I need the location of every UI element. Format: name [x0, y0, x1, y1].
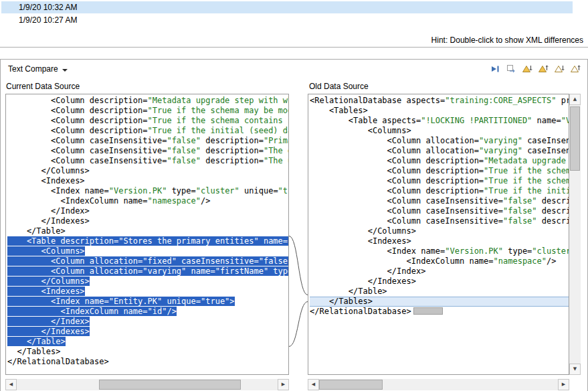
code-line[interactable]: </Indexes> — [310, 277, 569, 287]
code-line[interactable]: <Column allocation="varying" caseInsensi… — [310, 146, 569, 156]
code-line[interactable]: </Tables> — [310, 297, 569, 307]
selected-code-text: </Table> — [7, 337, 66, 346]
previous-difference-icon[interactable] — [536, 62, 550, 76]
code-line[interactable]: <Table aspects="!LOCKING !PARTITIONED" n… — [310, 116, 569, 126]
code-text: <Column description= — [7, 106, 148, 115]
code-line[interactable]: <Column description="True if the schema … — [310, 176, 569, 186]
code-line[interactable]: <Column description="True if the initial… — [310, 186, 569, 196]
code-line[interactable]: <Column caseInsensitive="false" descript… — [310, 196, 569, 206]
code-text: description= — [537, 206, 569, 216]
copy-current-change-icon[interactable] — [504, 62, 518, 76]
code-line[interactable]: <Column description="True if the schema … — [7, 106, 288, 116]
code-line[interactable]: <Column caseInsensitive="false" descript… — [7, 146, 288, 156]
code-line[interactable]: <Tables> — [310, 106, 569, 116]
code-text: name= — [532, 116, 561, 125]
chevron-down-icon — [62, 69, 68, 72]
code-text: <Table aspects= — [310, 116, 421, 125]
left-horizontal-scrollbar[interactable]: ◀ ▶ — [5, 379, 289, 390]
code-line[interactable]: <Column description="True if the schema … — [310, 166, 569, 176]
code-text: "True if the schema contains seed dat — [148, 116, 289, 125]
code-line-selected[interactable]: <Indexes> — [7, 287, 288, 297]
copy-all-left-to-right-icon[interactable] — [488, 62, 502, 76]
code-text: <Column description= — [310, 176, 484, 185]
code-line-selected[interactable]: </Table> — [7, 337, 288, 347]
code-line-selected[interactable]: <IndexColumn name="id"/> — [7, 307, 288, 317]
code-text: </Columns> — [7, 166, 90, 175]
code-line[interactable]: <Column caseInsensitive="false" descript… — [7, 136, 288, 146]
code-line[interactable]: <Index name="Version.PK" type="cluster" … — [7, 186, 288, 196]
code-text: <Column allocation= — [310, 146, 479, 155]
right-code-pane[interactable]: <RelationalDatabase aspects="training:CO… — [308, 94, 569, 375]
code-text: "training:CORE_ASPECTS" — [445, 96, 556, 105]
code-line[interactable]: <Column caseInsensitive="false" descript… — [310, 216, 569, 226]
history-row-selected[interactable]: 1/9/20 10:32 AM — [1, 1, 573, 13]
code-line-selected[interactable]: <Columns> — [7, 246, 288, 256]
code-line[interactable]: <Column description="Metadata upgrade st… — [310, 156, 569, 166]
selected-code-text: </Index> — [7, 317, 90, 326]
code-text: "True if the schema may be mo — [484, 166, 569, 175]
scroll-right-icon[interactable]: ▶ — [278, 379, 289, 390]
code-line[interactable]: <Indexes> — [310, 236, 569, 246]
scroll-up-icon[interactable]: ▲ — [569, 94, 581, 105]
next-difference-icon[interactable] — [520, 62, 534, 76]
code-line-selected[interactable]: </Index> — [7, 317, 288, 327]
scroll-right-icon[interactable]: ▶ — [558, 379, 569, 390]
code-text: <Column description= — [310, 166, 484, 175]
right-vertical-scrollbar[interactable]: ▲ ▼ — [569, 94, 581, 375]
code-text: type= — [167, 186, 195, 196]
code-line-selected[interactable]: <Column allocation="varying" name="first… — [7, 266, 288, 277]
horizontal-scrollbar-thumb[interactable] — [99, 380, 241, 390]
code-line[interactable]: </Columns> — [310, 226, 569, 236]
compare-mode-dropdown[interactable]: Text Compare — [8, 64, 68, 74]
scroll-left-icon[interactable]: ◀ — [308, 379, 319, 390]
code-line-selected[interactable]: <Index name="Entity.PK" unique="true"> — [7, 297, 288, 307]
code-text: "false" — [503, 216, 537, 226]
code-text: <Column caseInsensitive= — [7, 146, 167, 155]
code-text: </Table> — [310, 287, 387, 296]
previous-change-icon[interactable] — [569, 62, 582, 76]
code-line[interactable]: </Table> — [7, 226, 288, 236]
selected-code-text: <Column allocation="varying" name="first… — [7, 266, 289, 276]
selected-code-text: <Table description="Stores the primary e… — [7, 236, 289, 246]
code-text: "false" — [167, 146, 201, 155]
left-code-pane[interactable]: <Column description="Metadata upgrade st… — [5, 94, 289, 375]
code-text: <Column description= — [310, 156, 484, 165]
code-line[interactable]: </Indexes> — [7, 216, 288, 226]
code-line[interactable]: <RelationalDatabase aspects="training:CO… — [310, 96, 569, 106]
code-line-selected[interactable]: <Column allocation="fixed" caseInsensiti… — [7, 256, 288, 266]
code-line[interactable]: <IndexColumn name="namespace"/> — [310, 256, 569, 266]
code-line[interactable]: </Table> — [310, 287, 569, 297]
code-text: "Primary key — [264, 136, 289, 145]
code-line[interactable]: </Tables> — [7, 347, 288, 357]
code-line[interactable]: </Columns> — [7, 166, 288, 176]
code-line[interactable]: </RelationalDatabase> — [310, 307, 569, 317]
code-text: </Tables> — [310, 297, 373, 306]
scroll-down-icon[interactable]: ▼ — [569, 364, 581, 375]
code-line[interactable]: </Index> — [7, 206, 288, 216]
code-line[interactable]: <Index name="Version.PK" type="cluster" … — [310, 246, 569, 256]
horizontal-scrollbar-thumb[interactable] — [319, 380, 383, 390]
code-line[interactable]: <Column description="True if the schema … — [7, 116, 288, 126]
code-line[interactable]: <Column allocation="varying" caseInsensi… — [310, 136, 569, 146]
code-line[interactable]: <Indexes> — [7, 176, 288, 186]
code-line-selected[interactable]: </Columns> — [7, 277, 288, 287]
code-text: <Column caseInsensitive= — [310, 216, 503, 226]
code-line-selected[interactable]: <Table description="Stores the primary e… — [7, 236, 288, 246]
code-line[interactable]: </RelationalDatabase> — [7, 357, 288, 367]
code-line[interactable]: <IndexColumn name="namespace"/> — [7, 196, 288, 206]
code-text: <Column caseInsensitive= — [7, 156, 167, 165]
vertical-scrollbar-thumb[interactable] — [570, 106, 580, 171]
code-line[interactable]: <Column caseInsensitive="false" descript… — [310, 206, 569, 216]
next-change-icon[interactable] — [553, 62, 566, 76]
code-line[interactable]: </Index> — [310, 266, 569, 277]
code-text: "false" — [167, 136, 201, 145]
code-text: description= — [537, 196, 569, 206]
code-line[interactable]: <Column description="Metadata upgrade st… — [7, 96, 288, 106]
right-horizontal-scrollbar[interactable]: ◀ ▶ — [308, 379, 569, 390]
scroll-left-icon[interactable]: ◀ — [5, 379, 17, 390]
code-line-selected[interactable]: </Indexes> — [7, 327, 288, 337]
code-line[interactable]: <Column description="True if the initial… — [7, 126, 288, 136]
code-line[interactable]: <Columns> — [310, 126, 569, 136]
history-row[interactable]: 1/9/20 10:27 AM — [1, 14, 573, 26]
code-line[interactable]: <Column caseInsensitive="false" descript… — [7, 156, 288, 166]
